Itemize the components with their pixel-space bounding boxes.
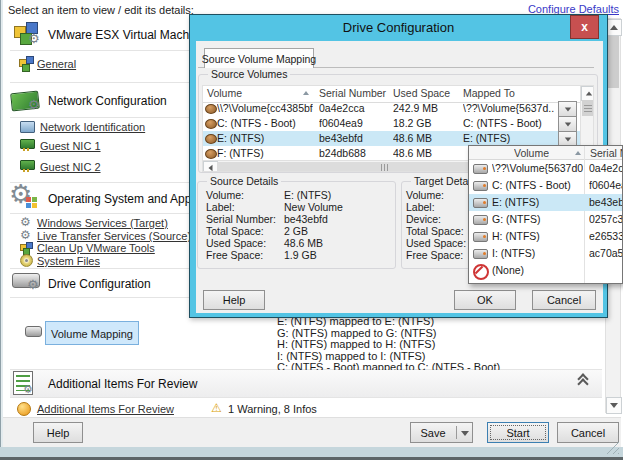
sidebar-item-guest-nic-2[interactable]: Guest NIC 2	[40, 161, 101, 173]
dialog-title: Drive Configuration	[190, 20, 607, 35]
cell-serial: be43ebfd	[319, 132, 387, 144]
sidebar-header-operating-system: Operating System and Applica	[48, 192, 209, 206]
scrollbar-thumb[interactable]	[607, 36, 619, 88]
detail-label: Label:	[206, 201, 235, 213]
start-button-label: Start	[506, 427, 529, 439]
table-row[interactable]: C: (NTFS - Boot) f0604ea9 18.2 GB C: (NT…	[203, 116, 580, 131]
cell-mapped: \??\Volume{5637d..	[463, 102, 556, 114]
help-button-label: Help	[47, 427, 70, 439]
dropdown-option[interactable]: I: (NTFS) ac70a59a	[469, 245, 623, 262]
cancel-button[interactable]: Cancel	[557, 422, 619, 443]
sidebar-item-live-transfer-services[interactable]: Live Transfer Services (Source)	[37, 230, 191, 242]
save-button[interactable]: Save	[410, 422, 473, 443]
tab-label: Source Volume Mapping	[202, 53, 316, 65]
sidebar-item-general[interactable]: General	[37, 58, 76, 70]
sidebar-header-additional-items: Additional Items For Review	[48, 377, 197, 391]
start-button[interactable]: Start	[487, 422, 549, 443]
mapped-to-dropdown: Volume Serial N \??\Volume{5637d0f9- 0a4…	[468, 145, 623, 284]
network-configuration-icon: ⚙	[11, 88, 42, 113]
table-scroll-up-button[interactable]	[581, 86, 594, 101]
detail-label: Used Space:	[206, 237, 266, 249]
network-identification-icon	[20, 121, 35, 133]
sidebar-item-windows-services[interactable]: Windows Services (Target)	[37, 217, 168, 229]
cell-used: 48.6 MB	[393, 132, 457, 144]
dropdown-option-selected[interactable]: E: (NTFS) be43ebfd	[469, 194, 623, 211]
detail-value: 48.6 MB	[284, 237, 323, 249]
source-details-group-label: Source Details	[207, 175, 281, 187]
tab-source-volume-mapping[interactable]: Source Volume Mapping	[204, 48, 314, 68]
cell-used: 18.2 GB	[393, 117, 457, 129]
sidebar-item-clean-up-vmware-tools[interactable]: Clean Up VMware Tools	[37, 242, 155, 254]
additional-items-row: Additional Items For Review ⚠ 1 Warning,…	[0, 400, 602, 416]
dialog-ok-button[interactable]: OK	[454, 290, 516, 310]
dialog-cancel-button[interactable]: Cancel	[532, 290, 596, 310]
dropdown-option-none[interactable]: (None)	[469, 262, 623, 279]
window-bottom-frame	[0, 447, 623, 457]
volume-mapping-label: Volume Mapping	[51, 328, 133, 340]
dropdown-option[interactable]: C: (NTFS - Boot) f0604ea9	[469, 177, 623, 194]
detail-label: Label:	[406, 201, 435, 213]
windows-services-icon: ⚙	[20, 216, 31, 228]
cell-volume: \\?\Volume{cc4385bf-..	[217, 102, 313, 114]
collapse-chevron-icon[interactable]	[578, 374, 588, 388]
sidebar-item-additional-items-review[interactable]: Additional Items For Review	[37, 403, 174, 415]
scroll-up-button[interactable]	[606, 19, 622, 36]
table-scroll-left-button[interactable]	[203, 161, 218, 172]
clean-up-vmware-tools-icon	[20, 242, 33, 254]
detail-label: Used Space:	[406, 237, 466, 249]
sidebar-header-network-configuration: Network Configuration	[48, 94, 167, 108]
cell-used: 242.9 MB	[393, 102, 457, 114]
live-transfer-services-icon: ⚙	[20, 229, 31, 241]
drive-configuration-icon: ⚙	[12, 270, 41, 292]
save-split-divider	[456, 426, 457, 439]
help-button[interactable]: Help	[33, 422, 83, 443]
dialog-cancel-label: Cancel	[547, 294, 581, 306]
dropdown-header: Volume Serial N	[469, 146, 623, 160]
close-icon: x	[581, 21, 588, 33]
detail-value: 2 GB	[284, 225, 308, 237]
volume-mapping-summary: E: (NTFS) mapped to E: (NTFS) G: (NTFS) …	[277, 316, 500, 374]
save-button-label: Save	[411, 423, 455, 442]
cell-serial: b24db688	[319, 147, 387, 159]
dropdown-column-volume: Volume	[514, 147, 549, 159]
scroll-down-button[interactable]	[606, 397, 622, 414]
detail-label: Total Space:	[406, 225, 464, 237]
dialog-close-button[interactable]: x	[570, 15, 599, 39]
none-icon	[473, 264, 489, 280]
dropdown-option[interactable]: \??\Volume{5637d0f9- 0a4e2cca	[469, 160, 623, 177]
dialog-help-button[interactable]: Help	[203, 290, 265, 310]
additional-items-icon: ⚙	[13, 371, 33, 395]
dialog-help-label: Help	[223, 294, 246, 306]
separator	[10, 397, 602, 398]
cell-volume: C: (NTFS - Boot)	[217, 117, 313, 129]
sidebar-item-guest-nic-1[interactable]: Guest NIC 1	[40, 140, 101, 152]
warning-triangle-icon: ⚠	[211, 401, 222, 415]
mapped-to-combo-button[interactable]	[558, 101, 577, 117]
cell-mapped: C: (NTFS - Boot)	[463, 117, 556, 129]
cell-volume: E: (NTFS)	[217, 132, 313, 144]
instruction-text: Select an item to view / edit its detail…	[8, 4, 194, 16]
detail-value: E: (NTFS)	[284, 189, 331, 201]
table-row[interactable]: \\?\Volume{cc4385bf-.. 0a4e2cca 242.9 MB…	[203, 101, 580, 116]
sidebar-item-system-files[interactable]: System Files	[37, 255, 100, 267]
dropdown-column-serial: Serial N	[590, 147, 623, 159]
detail-label: Volume:	[406, 189, 444, 201]
dropdown-sort-icon	[575, 151, 581, 155]
sidebar-item-network-identification[interactable]: Network Identification	[40, 121, 145, 133]
review-warning-ball-icon	[17, 402, 31, 416]
cell-serial: 0a4e2cca	[319, 102, 387, 114]
detail-label: Device:	[406, 213, 441, 225]
detail-label: Volume:	[206, 189, 244, 201]
volume-mapping-icon	[25, 326, 42, 337]
table-vscroll-thumb[interactable]	[582, 100, 594, 116]
detail-label: Serial Number:	[206, 213, 276, 225]
table-row-selected[interactable]: E: (NTFS) be43ebfd 48.6 MB E: (NTFS)	[203, 131, 580, 146]
dropdown-option[interactable]: G: (NTFS) 0257c385	[469, 211, 623, 228]
dropdown-option[interactable]: H: (NTFS) e2653352	[469, 228, 623, 245]
sidebar-item-volume-mapping[interactable]: Volume Mapping	[45, 321, 139, 345]
save-dropdown-arrow-icon[interactable]	[461, 431, 469, 436]
mapped-to-combo-button[interactable]	[558, 116, 577, 132]
operating-system-icon: ⚙	[9, 184, 42, 212]
sort-ascending-icon	[303, 91, 309, 95]
source-volumes-group-label: Source Volumes	[208, 68, 290, 80]
